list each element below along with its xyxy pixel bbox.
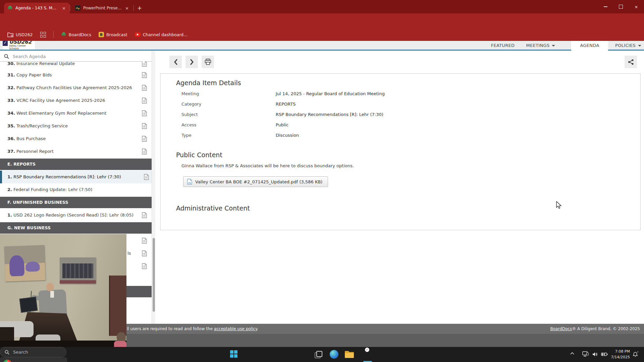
administrative-content-title: Administrative Content	[176, 204, 250, 212]
agenda-item-label: 37.Personnel Report	[7, 145, 54, 158]
agenda-item-number: 31.	[7, 72, 15, 77]
start-button[interactable]	[230, 350, 237, 358]
nav-item-agenda[interactable]: AGENDA	[571, 41, 608, 51]
bookmark-boarddocs[interactable]: BoardDocs	[58, 32, 94, 37]
chrome-window-button[interactable]: Agenda - 143 S. Meridia	[0, 357, 67, 362]
screen: Agenda - 143 S. Meridian • Vall×PowerPoi…	[0, 0, 644, 362]
agenda-item[interactable]: 34.West Elementary Gym Roof Replacement	[0, 107, 152, 120]
document-icon[interactable]	[142, 148, 147, 155]
agenda-item[interactable]: 1.USD 262 Logo Redesign (Second Read) [S…	[0, 209, 152, 222]
document-icon[interactable]	[142, 136, 147, 142]
document-icon[interactable]	[142, 238, 147, 244]
acceptable-use-policy-link[interactable]: acceptable use policy	[214, 326, 257, 331]
table-edge	[0, 341, 126, 347]
document-icon[interactable]	[142, 263, 147, 269]
field-label: Subject	[181, 112, 198, 117]
logo-checkmark-icon: ✓	[3, 41, 8, 46]
bookmark-folder-usd262[interactable]: USD262	[5, 32, 36, 37]
tab-close-icon[interactable]: ×	[124, 6, 129, 11]
print-button[interactable]	[202, 56, 214, 68]
agenda-item[interactable]: 30.Insurance Renewal Update	[0, 61, 152, 69]
boarddocs-link[interactable]: BoardDocs	[550, 326, 572, 331]
chrome-icon	[3, 360, 12, 362]
print-icon	[205, 59, 211, 65]
document-icon[interactable]	[142, 72, 147, 78]
district-logo[interactable]: ✓ USD262 Valley Center Schools	[3, 41, 35, 50]
agenda-item-number: 30.	[7, 61, 15, 66]
speaker-shirt	[50, 291, 54, 298]
agenda-item[interactable]: 32.Pathway Church Facilities Use Agreeme…	[0, 81, 152, 94]
tray-expand-button[interactable]	[570, 352, 574, 355]
document-icon[interactable]	[142, 123, 147, 129]
tree-favicon	[7, 5, 13, 11]
bookmark-apps-grid[interactable]	[38, 32, 49, 38]
search-input[interactable]	[12, 52, 144, 61]
share-button[interactable]	[625, 56, 637, 68]
taskbar-search-input[interactable]	[12, 349, 61, 355]
windows-logo-icon	[230, 350, 237, 358]
battery-charging-icon	[601, 352, 608, 356]
next-item-button[interactable]	[185, 56, 198, 68]
bookmark-channel-dashboard[interactable]: Channel dashboard...	[132, 32, 190, 37]
tab-close-icon[interactable]: ×	[61, 6, 66, 11]
nav-item-meetings[interactable]: MEETINGS	[521, 41, 561, 51]
document-icon[interactable]	[142, 61, 147, 67]
document-icon[interactable]	[142, 212, 147, 218]
tray-network-button[interactable]	[582, 351, 589, 357]
agenda-item-number: 2.	[7, 187, 12, 192]
tray-volume-button[interactable]	[592, 352, 598, 357]
agenda-item[interactable]: 31.Copy Paper Bids	[0, 69, 152, 81]
clock-time: 7:08 PM	[609, 349, 630, 354]
nav-item-policies[interactable]: POLICIES	[611, 41, 644, 51]
tray-battery-button[interactable]	[601, 352, 608, 356]
window-close-button[interactable]: ×	[629, 0, 644, 13]
edge-icon	[330, 350, 338, 359]
field-value: Public	[276, 122, 288, 127]
agenda-item[interactable]: 36.Bus Purchase	[0, 132, 152, 145]
agenda-item-selected[interactable]: 1.RSP Boundary Recommendations [R]: Lehr…	[0, 171, 154, 183]
agenda-item[interactable]: 2.Federal Funding Update: Lehr (7:50)	[0, 183, 152, 196]
meeting-video-overlay[interactable]	[0, 234, 126, 347]
speaker-head	[46, 283, 54, 291]
sidebar-section-header[interactable]: F. UNFINISHED BUSINESS	[0, 197, 152, 208]
agenda-item-label: 1.USD 262 Logo Redesign (Second Read) [S…	[7, 209, 133, 222]
site-header: ✓ USD262 Valley Center Schools FEATUREDM…	[0, 41, 644, 51]
sidebar-section-header[interactable]: E. REPORTS	[0, 159, 152, 170]
document-icon[interactable]	[142, 110, 147, 116]
chevron-right-icon	[189, 59, 195, 65]
agenda-search-box[interactable]	[0, 51, 152, 62]
bookmarks-bar: USD262 BoardDocs B Broadcast Channel das…	[0, 28, 644, 41]
taskbar-search[interactable]	[0, 347, 66, 357]
agenda-item[interactable]: 35.Trash/Recycling Service	[0, 120, 152, 132]
previous-item-button[interactable]	[169, 56, 182, 68]
notification-bell-button[interactable]	[633, 351, 638, 357]
attachment-button[interactable]: Valley Center BA BOE #2_071425_Updated.p…	[183, 176, 328, 187]
file-explorer-button[interactable]	[345, 351, 354, 358]
browser-tab[interactable]: PowerPoint Presentation×	[72, 3, 133, 13]
window-minimize-button[interactable]	[598, 0, 613, 13]
scrollbar-thumb[interactable]	[153, 238, 155, 312]
document-icon[interactable]	[142, 85, 147, 91]
bookmark-label: BoardDocs	[69, 32, 91, 37]
agenda-item[interactable]: 33.VCRC Facility Use Agreement 2025-2026	[0, 94, 152, 107]
task-view-button[interactable]	[315, 351, 321, 358]
sidebar-scrollbar[interactable]	[152, 51, 155, 324]
document-icon[interactable]	[142, 250, 147, 256]
agenda-item[interactable]: 37.Personnel Report	[0, 145, 152, 158]
field-label: Category	[181, 102, 201, 107]
document-icon[interactable]	[144, 174, 149, 180]
nav-item-featured[interactable]: FEATURED	[489, 41, 517, 51]
taskbar-clock[interactable]: 7:08 PM 7/14/2025	[609, 349, 630, 360]
agenda-item-number: 34.	[7, 111, 15, 116]
sidebar-section-header[interactable]: G. NEW BUSINESS	[0, 222, 152, 234]
bookmark-label: Channel dashboard...	[143, 32, 187, 37]
mouse-cursor	[556, 201, 562, 210]
browser-tab[interactable]: Agenda - 143 S. Meridian • Vall×	[4, 3, 70, 13]
bookmark-broadcast[interactable]: B Broadcast	[96, 32, 130, 37]
wall-panel	[109, 276, 126, 336]
agenda-item-number: 35.	[7, 123, 15, 128]
window-maximize-button[interactable]	[613, 0, 629, 13]
new-tab-button[interactable]: +	[136, 4, 144, 12]
document-icon[interactable]	[142, 98, 147, 104]
edge-button[interactable]	[330, 350, 338, 359]
